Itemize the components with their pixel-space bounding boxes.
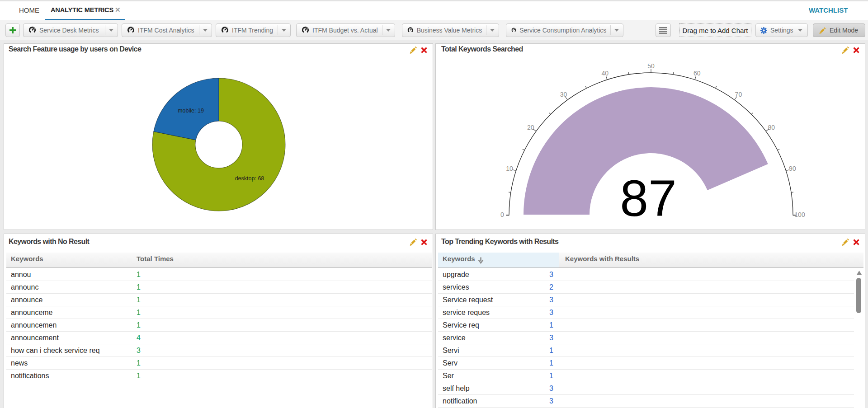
svg-text:0: 0 [500, 211, 504, 218]
svg-text:40: 40 [602, 70, 609, 77]
svg-text:10: 10 [506, 165, 513, 172]
svg-text:70: 70 [735, 91, 742, 98]
svg-text:mobile: 19: mobile: 19 [178, 108, 204, 114]
svg-text:desktop: 68: desktop: 68 [235, 175, 264, 182]
svg-text:87: 87 [620, 170, 677, 227]
svg-text:80: 80 [768, 124, 775, 131]
svg-text:60: 60 [693, 70, 701, 77]
svg-text:100: 100 [794, 211, 805, 218]
svg-text:30: 30 [560, 91, 567, 98]
svg-text:90: 90 [789, 165, 796, 172]
svg-text:20: 20 [527, 124, 534, 131]
svg-text:50: 50 [647, 62, 655, 70]
